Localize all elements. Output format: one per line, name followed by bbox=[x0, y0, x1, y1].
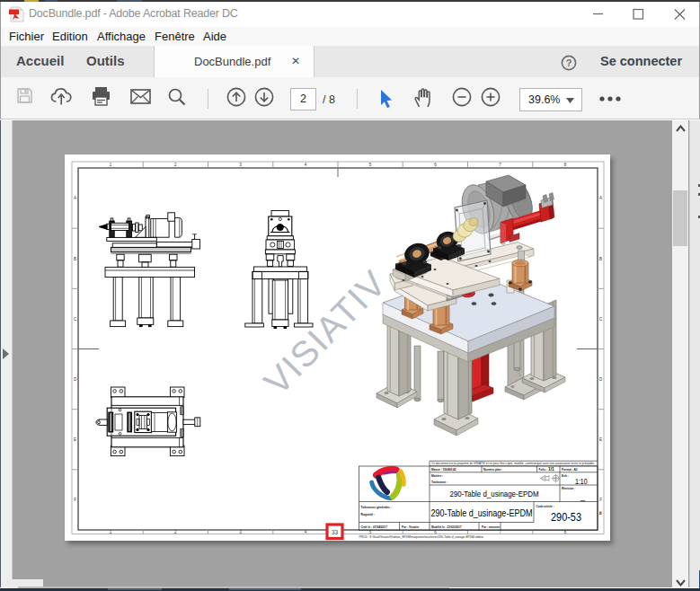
svg-text:290-53: 290-53 bbox=[551, 510, 581, 524]
svg-text:Par : Visiativ: Par : Visiativ bbox=[402, 525, 419, 529]
svg-text:Matière :: Matière : bbox=[431, 474, 443, 478]
svg-text:D: D bbox=[74, 377, 77, 382]
svg-text:1: 1 bbox=[110, 163, 112, 167]
svg-text:6: 6 bbox=[434, 163, 437, 167]
svg-text:8: 8 bbox=[564, 163, 567, 167]
svg-text:Format : A2: Format : A2 bbox=[562, 468, 578, 472]
svg-text:F: F bbox=[599, 498, 602, 502]
svg-text:Ce document est la propriété d: Ce document est la propriété de VISIATIV… bbox=[431, 462, 595, 465]
svg-text:Traitement :: Traitement : bbox=[431, 481, 447, 484]
svg-text:Numéro plan :: Numéro plan : bbox=[483, 468, 502, 472]
svg-text:Créé le : 07/04/2017: Créé le : 07/04/2017 bbox=[361, 525, 388, 529]
svg-text:290-Table d_usinage-EPDM: 290-Table d_usinage-EPDM bbox=[450, 489, 539, 498]
svg-text:PROD : S:\Vault\Visiativ\Védit: PROD : S:\Vault\Visiativ\Védition_EPDM\m… bbox=[359, 535, 484, 539]
svg-text:Tolérances générales :: Tolérances générales : bbox=[361, 506, 392, 509]
svg-text:C: C bbox=[74, 317, 77, 322]
svg-text:33: 33 bbox=[332, 529, 339, 535]
svg-text:B: B bbox=[74, 257, 76, 261]
svg-text:C: C bbox=[599, 317, 603, 322]
svg-text:F: F bbox=[74, 498, 76, 502]
svg-text:D: D bbox=[599, 377, 603, 382]
svg-text:_: _ bbox=[580, 492, 586, 501]
svg-text:4: 4 bbox=[305, 163, 307, 167]
svg-text:Code article :: Code article : bbox=[536, 505, 554, 508]
svg-text:Modifié le : 21/03/2017: Modifié le : 21/03/2017 bbox=[431, 525, 462, 529]
svg-text:2: 2 bbox=[174, 163, 177, 167]
svg-text:?: ? bbox=[566, 57, 572, 68]
svg-text:7: 7 bbox=[499, 163, 501, 167]
svg-text:Folio : 1/1: Folio : 1/1 bbox=[539, 466, 555, 472]
svg-text:Par : meunier: Par : meunier bbox=[482, 525, 501, 529]
svg-text:Rugosité :: Rugosité : bbox=[361, 513, 376, 516]
svg-text:A: A bbox=[599, 196, 602, 200]
svg-text:Masse : 150492.42: Masse : 150492.42 bbox=[431, 468, 456, 472]
svg-text:1:10: 1:10 bbox=[575, 476, 588, 486]
svg-text:E: E bbox=[74, 437, 76, 442]
svg-text:Ech :: Ech : bbox=[562, 474, 569, 478]
svg-text:290-Table d_usinage-EPDM: 290-Table d_usinage-EPDM bbox=[431, 508, 533, 518]
svg-text:Révision :: Révision : bbox=[562, 487, 575, 490]
svg-text:E: E bbox=[599, 437, 602, 442]
svg-text:A: A bbox=[74, 196, 76, 200]
svg-text:B: B bbox=[599, 257, 602, 261]
svg-text:5: 5 bbox=[369, 163, 372, 167]
svg-text:3: 3 bbox=[239, 163, 242, 167]
